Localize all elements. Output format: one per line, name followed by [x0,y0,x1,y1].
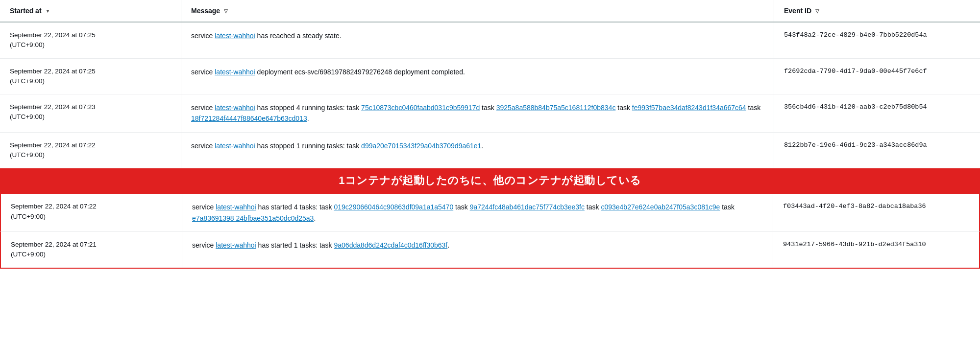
message-text: has stopped 4 running tasks: task [255,104,361,112]
service-link[interactable]: latest-wahhoi [215,32,255,40]
cell-date: September 22, 2024 at 07:25 (UTC+9:00) [0,23,181,58]
event-id-value: 543f48a2-72ce-4829-b4e0-7bbb5220d54a [784,31,927,39]
event-id-value: 356cb4d6-431b-4120-aab3-c2eb75d80b54 [784,103,927,111]
msg-sep: task [585,203,601,211]
cell-message: service latest-wahhoi has stopped 4 runn… [181,94,774,132]
cell-message: service latest-wahhoi has started 1 task… [182,232,773,268]
message-suffix: deployment ecs-svc/6981978824979276248 d… [255,68,465,76]
date-value: September 22, 2024 at 07:21 [11,240,172,250]
started-at-label: Started at [10,7,42,15]
table-row: September 22, 2024 at 07:25 (UTC+9:00) s… [0,23,980,59]
table-row: September 22, 2024 at 07:25 (UTC+9:00) s… [0,59,980,95]
timezone-value: (UTC+9:00) [11,212,172,222]
timezone-value: (UTC+9:00) [10,150,171,160]
cell-event-id: f2692cda-7790-4d17-9da0-00e445f7e6cf [774,59,980,94]
msg-sep3: task [746,104,761,112]
task-link-3[interactable]: fe993f57bae34daf8243d1f34a667c64 [632,104,746,112]
message-text: has started 4 tasks: task [256,203,334,211]
cell-date: September 22, 2024 at 07:23 (UTC+9:00) [0,94,181,132]
task-link-e7a8[interactable]: e7a83691398 24bfbae351a50dc0d25a3 [192,214,314,222]
cell-event-id: 356cb4d6-431b-4120-aab3-c2eb75d80b54 [774,94,980,132]
message-text: has started 1 tasks: task [256,241,334,249]
message-label: Message [191,7,220,15]
date-value: September 22, 2024 at 07:25 [10,67,171,76]
cell-message: service latest-wahhoi has reached a stea… [181,23,774,58]
cell-message: service latest-wahhoi deployment ecs-svc… [181,59,774,94]
cell-date: September 22, 2024 at 07:22 (UTC+9:00) [1,194,182,231]
message-suffix: has reached a steady state. [255,32,342,40]
msg-nl1: task [453,203,469,211]
annotation-banner: 1コンテナが起動したのちに、他のコンテナが起動している [0,168,980,193]
annotation-text: 1コンテナが起動したのちに、他のコンテナが起動している [339,174,641,186]
task-link-c093[interactable]: c093e4b27e624e0ab247f05a3c081c9e [601,203,720,211]
message-prefix: service [192,241,216,249]
message-prefix: service [192,203,216,211]
task-link-9a06[interactable]: 9a06dda8d6d242cdaf4c0d16ff30b63f [334,241,447,249]
message-sort-icon[interactable]: ▽ [224,8,228,14]
task-link-019c[interactable]: 019c290660464c90863df09a1a1a5470 [334,203,453,211]
cell-message: service latest-wahhoi has started 4 task… [182,194,773,231]
started-at-sort-icon[interactable]: ▼ [46,8,50,14]
cell-message: service latest-wahhoi has stopped 1 runn… [181,133,774,168]
task-link-4[interactable]: 18f721284f4447f88640e647b63cd013 [191,115,307,122]
event-id-value: f2692cda-7790-4d17-9da0-00e445f7e6cf [784,68,927,75]
timezone-value: (UTC+9:00) [10,112,171,122]
service-link[interactable]: latest-wahhoi [215,142,255,150]
cell-event-id: 8122bb7e-19e6-46d1-9c23-a343acc86d9a [774,133,980,168]
task-link-1[interactable]: 75c10873cbc0460faabd031c9b59917d [361,104,480,112]
event-id-value: 9431e217-5966-43db-921b-d2ed34f5a310 [783,241,926,248]
event-id-value: 8122bb7e-19e6-46d1-9c23-a343acc86d9a [784,141,927,149]
date-value: September 22, 2024 at 07:22 [11,202,172,211]
event-id-value: f03443ad-4f20-4ef3-8a82-dabca18aba36 [783,203,926,210]
header-message[interactable]: Message ▽ [181,0,774,22]
msg-sep2: task [615,104,632,112]
msg-sep1: task [480,104,496,112]
cell-event-id: 9431e217-5966-43db-921b-d2ed34f5a310 [773,232,979,268]
timezone-value: (UTC+9:00) [11,250,172,259]
msg-end: . [481,142,483,150]
message-prefix: service [191,32,215,40]
msg-end: . [307,115,309,122]
date-value: September 22, 2024 at 07:22 [10,140,171,150]
service-link[interactable]: latest-wahhoi [215,104,255,112]
event-id-sort-icon[interactable]: ▽ [815,8,819,14]
msg-nl2: task [720,203,735,211]
events-table: Started at ▼ Message ▽ Event ID ▽ Septem… [0,0,980,344]
message-prefix: service [191,142,215,150]
task-link-d99a[interactable]: d99a20e7015343f29a04b3709d9a61e1 [361,142,481,150]
task-link-9a72[interactable]: 9a7244fc48ab461dac75f774cb3ee3fc [470,203,585,211]
timezone-value: (UTC+9:00) [10,40,171,50]
timezone-value: (UTC+9:00) [10,76,171,86]
table-row-highlighted: September 22, 2024 at 07:21 (UTC+9:00) s… [0,232,980,269]
cell-date: September 22, 2024 at 07:22 (UTC+9:00) [0,133,181,168]
cell-event-id: f03443ad-4f20-4ef3-8a82-dabca18aba36 [773,194,979,231]
table-header: Started at ▼ Message ▽ Event ID ▽ [0,0,980,23]
date-value: September 22, 2024 at 07:23 [10,102,171,112]
table-row: September 22, 2024 at 07:22 (UTC+9:00) s… [0,133,980,169]
date-value: September 22, 2024 at 07:25 [10,30,171,40]
message-text: has stopped 1 running tasks: task [255,142,361,150]
table-row-highlighted: September 22, 2024 at 07:22 (UTC+9:00) s… [0,193,980,232]
cell-date: September 22, 2024 at 07:25 (UTC+9:00) [0,59,181,94]
message-prefix: service [191,68,215,76]
msg-end: . [447,241,449,249]
header-started-at[interactable]: Started at ▼ [0,0,181,22]
event-id-label: Event ID [784,7,811,15]
table-row: September 22, 2024 at 07:23 (UTC+9:00) s… [0,94,980,133]
message-prefix: service [191,104,215,112]
service-link[interactable]: latest-wahhoi [216,203,256,211]
msg-end: . [314,214,316,222]
task-link-2[interactable]: 3925a8a588b84b75a5c168112f0b834c [496,104,616,112]
cell-date: September 22, 2024 at 07:21 (UTC+9:00) [1,232,182,268]
service-link[interactable]: latest-wahhoi [215,68,255,76]
cell-event-id: 543f48a2-72ce-4829-b4e0-7bbb5220d54a [774,23,980,58]
header-event-id[interactable]: Event ID ▽ [774,0,980,22]
service-link[interactable]: latest-wahhoi [216,241,256,249]
